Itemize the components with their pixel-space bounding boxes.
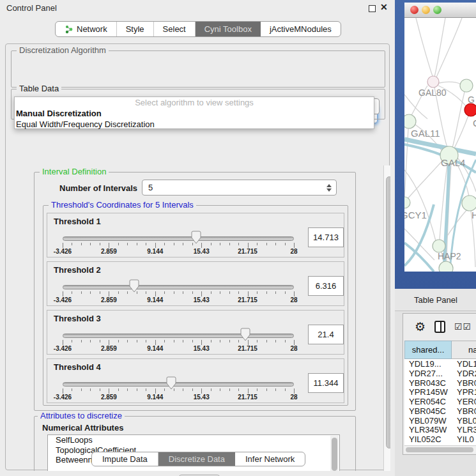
threshold-value-field[interactable]: 14.713 (308, 227, 344, 247)
tick-mark (127, 340, 128, 342)
slider-handle[interactable] (129, 279, 139, 293)
slider-handle[interactable] (166, 376, 176, 390)
tick-mark (266, 243, 267, 245)
table-row[interactable]: YDR27...YDR2 (404, 369, 476, 378)
node-label: C (473, 118, 476, 128)
tab-style[interactable]: Style (117, 22, 154, 36)
slider-track[interactable] (63, 334, 294, 338)
tab-infer-network[interactable]: Infer Network (235, 452, 305, 466)
column-header-name[interactable]: na (452, 341, 476, 359)
tick-mark (294, 243, 295, 248)
slider-handle[interactable] (191, 231, 201, 244)
table-horizontal-scrollbar[interactable] (404, 445, 476, 453)
table-panel-title: Table Panel (414, 295, 457, 305)
table-row[interactable]: YPR145WYPR1 (404, 387, 476, 397)
cell-shared-name: YBL079W (404, 416, 452, 426)
tick-mark (275, 243, 276, 245)
discretization-algorithm-group: Discretization Algorithm (11, 50, 385, 88)
tick-mark (238, 388, 239, 391)
tick-mark (90, 243, 91, 245)
tick-mark (146, 340, 146, 342)
tick-mark (146, 291, 146, 294)
tick-mark (63, 388, 63, 394)
list-scrollbar[interactable] (330, 436, 339, 471)
tab-select[interactable]: Select (154, 22, 196, 36)
tab-label: Discretize Data (169, 454, 225, 464)
tick-mark (146, 243, 146, 245)
tick-mark (248, 340, 249, 345)
tick-mark (81, 340, 82, 342)
threshold-value-field[interactable]: 6.316 (308, 276, 344, 296)
tick-mark (63, 243, 63, 248)
float-window-icon[interactable] (369, 5, 376, 12)
table-row[interactable]: YLR345WYLR3 (404, 426, 476, 435)
minimize-traffic-icon[interactable] (422, 6, 430, 14)
scrollbar-thumb[interactable] (406, 447, 473, 452)
tick-mark (155, 340, 156, 345)
table-row[interactable]: YBR043CYBR0 (404, 378, 476, 388)
tab-jactivemnodules[interactable]: jActiveMNodules (261, 22, 341, 36)
network-node[interactable] (439, 261, 453, 272)
column-header-shared-name[interactable]: shared... (404, 341, 452, 359)
tick-mark (127, 243, 128, 245)
network-node[interactable] (460, 79, 473, 92)
gear-icon[interactable]: ⚙ (415, 321, 426, 333)
dropdown-placeholder: Select algorithm to view settings (15, 97, 374, 108)
tab-network[interactable]: Network (56, 22, 117, 36)
dropdown-option-manual[interactable]: Manual Discretization (15, 108, 374, 119)
tick-mark (192, 388, 193, 391)
tick-mark (285, 291, 286, 294)
tick-label: 15.43 (194, 296, 210, 303)
bottom-tab-bar: Impute Data Discretize Data Infer Networ… (91, 452, 305, 466)
threshold-3-panel: Threshold 3 -3.4262.8599.14415.4321.7152… (47, 310, 344, 355)
tick-mark (285, 388, 286, 391)
network-node[interactable] (433, 240, 445, 252)
close-traffic-icon[interactable] (410, 6, 418, 14)
network-node[interactable] (427, 76, 439, 88)
slider-track[interactable] (63, 285, 294, 289)
cell-shared-name: YDL19... (404, 359, 452, 369)
tick-label: 2.859 (101, 394, 117, 401)
table-row[interactable]: YER054CYER0 (404, 397, 476, 406)
threshold-value-field[interactable]: 11.344 (308, 373, 344, 393)
table-row[interactable]: YDL19...YDL1 (404, 359, 476, 369)
network-node[interactable] (464, 104, 476, 116)
checkbox-icons[interactable]: ☑☑ (454, 321, 472, 332)
tab-impute-data[interactable]: Impute Data (92, 452, 158, 466)
slider-track[interactable] (63, 382, 294, 387)
threshold-value-field[interactable]: 21.4 (308, 325, 344, 344)
columns-icon[interactable] (434, 321, 445, 333)
number-of-intervals-combobox[interactable]: 5 (142, 180, 337, 196)
network-window-titlebar[interactable] (404, 3, 476, 18)
network-node[interactable] (404, 197, 410, 208)
close-icon[interactable]: ✕ (380, 2, 388, 12)
table-panel-header[interactable]: Table Panel (395, 289, 476, 311)
tick-mark (229, 243, 230, 245)
table-row[interactable]: YIL052CYIL0 (404, 434, 476, 444)
table-row[interactable]: YBR045CYBR0 (404, 406, 476, 416)
tick-label: 21.715 (238, 296, 257, 303)
tick-mark (285, 340, 286, 342)
scrollbar-thumb[interactable] (332, 438, 337, 471)
slider-track[interactable] (63, 236, 294, 241)
tick-mark (211, 243, 211, 245)
tab-discretize-data[interactable]: Discretize Data (158, 452, 235, 466)
dropdown-option-equal-width[interactable]: Equal Width/Frequency Discretization (15, 119, 374, 130)
threshold-label: Threshold 3 (54, 314, 101, 323)
tick-mark (285, 243, 286, 245)
tab-cyni-toolbox[interactable]: Cyni Toolbox (196, 22, 261, 36)
zoom-traffic-icon[interactable] (433, 6, 441, 14)
table-row[interactable]: YBL079WYBL0 (404, 416, 476, 426)
tick-mark (164, 243, 165, 245)
slider-handle[interactable] (240, 328, 250, 341)
list-item[interactable]: SelfLoops (48, 435, 339, 445)
network-canvas[interactable]: GAL80GCGAL11GAL4GCY1HHAP2 (404, 18, 476, 272)
network-node[interactable] (404, 114, 416, 128)
tick-mark (294, 388, 295, 394)
network-node[interactable] (462, 196, 476, 211)
tick-mark (118, 388, 119, 391)
scrollbar-thumb[interactable] (386, 176, 391, 449)
tick-label: 2.859 (101, 296, 117, 303)
settings-scrollbar[interactable] (383, 165, 390, 471)
tick-mark (220, 388, 220, 391)
